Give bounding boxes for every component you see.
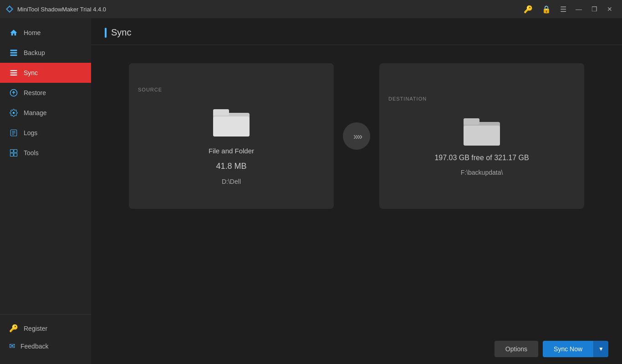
svg-rect-3 [10,52,17,54]
options-button[interactable]: Options [495,341,538,357]
source-file-type: File and Folder [209,147,254,155]
svg-rect-17 [14,153,17,157]
sidebar-label-sync: Sync [24,69,38,76]
sidebar: Home Backup Sync Restore [0,18,91,364]
sidebar-item-home[interactable]: Home [0,23,91,43]
sidebar-item-feedback[interactable]: ✉ Feedback [0,337,91,355]
svg-rect-6 [10,72,17,73]
svg-rect-7 [10,75,17,76]
feedback-mail-icon: ✉ [9,342,15,350]
manage-icon [9,108,18,117]
sync-now-button[interactable]: Sync Now [543,341,593,357]
sync-content: SOURCE File and Folder 41.8 MB D [91,45,622,334]
bottom-bar: Options Sync Now ▼ [91,334,622,364]
sync-now-dropdown-button[interactable]: ▼ [593,341,608,357]
register-key-icon: 🔑 [9,324,18,333]
sidebar-label-tools: Tools [24,149,39,157]
header-accent [105,28,107,38]
minimize-button[interactable]: — [572,2,586,16]
svg-rect-22 [464,118,479,125]
sidebar-item-restore[interactable]: Restore [0,83,91,103]
sidebar-label-backup: Backup [24,49,45,56]
destination-free-space: 197.03 GB free of 321.17 GB [434,154,529,162]
page-header: Sync [91,18,622,45]
source-size: 41.8 MB [216,162,246,171]
sidebar-label-manage: Manage [24,109,47,116]
sidebar-item-sync[interactable]: Sync [0,63,91,83]
home-icon [9,28,18,37]
sidebar-label-register: Register [24,325,47,332]
menu-icon[interactable]: ☰ [556,3,570,15]
restore-button[interactable]: ❒ [587,2,601,16]
svg-rect-19 [213,109,229,116]
sidebar-label-home: Home [24,29,41,36]
sidebar-nav: Home Backup Sync Restore [0,18,91,314]
page-title: Sync [111,27,131,38]
source-label: SOURCE [138,87,162,92]
destination-path: F:\backupdata\ [461,169,503,176]
arrow-circle-icon: »» [343,122,370,150]
sidebar-item-manage[interactable]: Manage [0,103,91,123]
sync-icon [9,68,18,77]
sidebar-footer: 🔑 Register ✉ Feedback [0,314,91,364]
sidebar-label-logs: Logs [24,129,37,136]
svg-point-9 [13,112,15,114]
sidebar-item-register[interactable]: 🔑 Register [0,319,91,337]
sidebar-item-backup[interactable]: Backup [0,43,91,63]
destination-folder-icon [461,113,502,147]
title-bar-controls: 🔑 🔒 ☰ — ❒ ✕ [520,2,617,16]
svg-rect-4 [10,55,17,56]
key-icon[interactable]: 🔑 [520,3,536,15]
svg-rect-14 [10,150,14,153]
destination-label: DESTINATION [388,96,427,101]
sync-now-button-group: Sync Now ▼ [543,341,608,357]
sync-cards: SOURCE File and Folder 41.8 MB D [129,63,584,209]
destination-card[interactable]: DESTINATION 197.03 GB free of 321.17 GB … [379,63,584,209]
title-bar-left: MiniTool ShadowMaker Trial 4.4.0 [5,5,106,13]
content-area: Sync SOURCE [91,18,622,364]
close-button[interactable]: ✕ [603,2,617,16]
main-layout: Home Backup Sync Restore [0,18,622,364]
source-card[interactable]: SOURCE File and Folder 41.8 MB D [129,63,334,209]
backup-icon [9,48,18,57]
source-path: D:\Dell [222,178,241,185]
tools-icon [9,148,18,157]
svg-rect-5 [10,70,17,71]
source-folder-icon [211,104,252,138]
svg-rect-2 [10,50,17,51]
sidebar-item-tools[interactable]: Tools [0,143,91,163]
lock-icon[interactable]: 🔒 [538,3,555,15]
sidebar-item-logs[interactable]: Logs [0,123,91,143]
logs-icon [9,128,18,137]
sidebar-label-restore: Restore [24,89,46,96]
svg-rect-23 [464,126,500,146]
restore-icon [9,88,18,97]
svg-rect-20 [213,116,250,136]
svg-rect-15 [14,150,17,153]
app-title: MiniTool ShadowMaker Trial 4.4.0 [17,6,106,13]
title-bar: MiniTool ShadowMaker Trial 4.4.0 🔑 🔒 ☰ —… [0,0,622,18]
svg-rect-16 [10,153,14,157]
sync-arrow: »» [334,122,379,150]
app-logo [5,5,14,13]
sidebar-label-feedback: Feedback [20,343,48,350]
